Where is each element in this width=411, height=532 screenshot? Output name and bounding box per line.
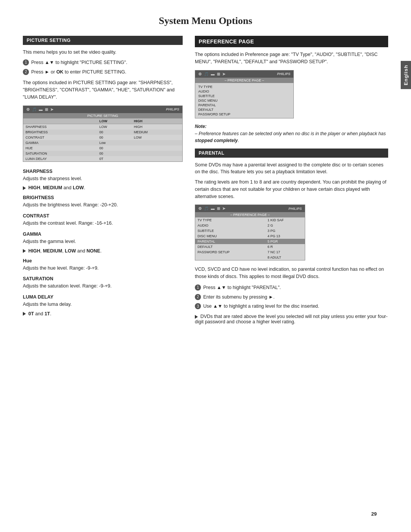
picture-setting-intro: This menu helps you to set the video qua…	[23, 49, 183, 56]
parental-row-adult: 8 ADULT	[265, 255, 305, 260]
step-1-text: Press ▲▼ to highlight "PICTURE SETTING".	[31, 59, 127, 66]
parental-arrow-note: DVDs that are rated above the level you …	[195, 314, 388, 324]
parental-row-parental: PARENTAL	[195, 239, 265, 244]
parental-step-2-text: Enter its submenu by pressing ►.	[203, 294, 274, 301]
preference-page-header: PREFERENCE PAGE	[195, 36, 388, 47]
parental-row-pgr: 5 PGR	[265, 239, 305, 244]
preference-page-intro: The options included in Preference page …	[195, 51, 388, 66]
parental-para2: The rating levels are from 1 to 8 and ar…	[195, 179, 388, 200]
gamma-desc: Adjusts the gamma level.	[23, 238, 183, 245]
table-row: BRIGHTNESS 00 MEDIUM	[23, 129, 182, 135]
table-row: GAMMA Low	[23, 140, 182, 145]
parental-row-empty	[195, 255, 265, 260]
parental-table-sub: – PREFERENCE PAGE –	[195, 212, 305, 217]
table-row: HUE 00	[23, 145, 182, 151]
arrow-icon	[195, 315, 198, 319]
ps-row-contrast-label: CONTRAST	[23, 135, 97, 140]
gamma-options: HIGH, MEDIUM, LOW and NONE.	[23, 248, 183, 254]
parental-step-3-num: 3	[195, 303, 201, 309]
contrast-desc: Adjusts the contrast level. Range: -16-+…	[23, 220, 183, 227]
table-row: AUDIO 2 G	[195, 223, 305, 228]
sharpness-desc: Adjusts the sharpness level.	[23, 175, 183, 182]
parental-row-kidsaf: 1 KID SAF	[265, 217, 305, 223]
ps-col-high: HIGH	[132, 118, 182, 124]
ps-row-brightness-val: 00	[97, 129, 132, 135]
parental-header: PARENTAL	[195, 149, 388, 158]
ps-row-contrast-val2: LOW	[132, 135, 182, 140]
table-row: SATURATION 00	[23, 151, 182, 156]
list-item: PASSWORD SETUP	[198, 112, 290, 117]
parental-row-discmenu: DISC MENU	[195, 233, 265, 239]
ps-row-contrast-val: 00	[97, 135, 132, 140]
ps-row-brightness-val2: MEDIUM	[132, 129, 182, 135]
ps-col-name	[23, 118, 97, 124]
ps-row-hue-label: HUE	[23, 145, 97, 151]
parental-row-pg: 3 PG	[265, 228, 305, 233]
contrast-section: CONTRAST Adjusts the contrast level. Ran…	[23, 213, 183, 227]
saturation-section: SATURATION Adjusts the saturation level.…	[23, 276, 183, 290]
parental-step-1-text: Press ▲▼ to highlight "PARENTAL".	[203, 284, 281, 291]
page-title: System Menu Options	[23, 15, 388, 27]
pref-table-sub: – PREFERENCE PAGE –	[195, 78, 293, 83]
saturation-title: SATURATION	[23, 276, 183, 281]
parental-step-3-text: Use ▲▼ to highlight a rating level for t…	[203, 303, 319, 310]
table-row: 8 ADULT	[195, 255, 305, 260]
ps-row-gamma-val2	[132, 140, 182, 145]
brightness-title: BRIGHTNESS	[23, 195, 183, 200]
contrast-title: CONTRAST	[23, 213, 183, 219]
ps-row-hue-val2	[132, 145, 182, 151]
parental-row-r: 6 R	[265, 244, 305, 249]
brightness-section: BRIGHTNESS Adjusts the brightness level.…	[23, 195, 183, 209]
hue-title: Hue	[23, 258, 183, 264]
picture-setting-header: PICTURE SETTING	[23, 36, 183, 45]
arrow-icon	[23, 312, 26, 316]
philips-logo-parental: PHILIPS	[288, 207, 302, 211]
ps-row-saturation-val: 00	[97, 151, 132, 156]
parental-row-subtitle: SUBTITLE	[195, 228, 265, 233]
table-row: TV TYPE 1 KID SAF	[195, 217, 305, 223]
arrow-icon	[23, 186, 26, 190]
parental-row-g: 2 G	[265, 223, 305, 228]
english-tab: English	[401, 61, 411, 89]
ps-row-luma-val: 0T	[97, 156, 132, 161]
gamma-section: GAMMA Adjusts the gamma level. HIGH, MED…	[23, 232, 183, 254]
ps-table-icons: ⚙ 🎵 ▬ ⊞ ➤	[26, 107, 53, 112]
ps-table-sub: PICTURE SETTING	[23, 113, 182, 118]
table-row: DEFAULT 6 R	[195, 244, 305, 249]
picture-setting-body: The options included in PICTURE SETTING …	[23, 79, 183, 101]
parental-table-content: TV TYPE 1 KID SAF AUDIO 2 G SUBTITLE 3 P…	[195, 217, 305, 260]
ps-row-luma-val2	[132, 156, 182, 161]
brightness-desc: Adjusts the brightness level. Range: -20…	[23, 201, 183, 209]
step-1-num: 1	[23, 59, 29, 66]
right-column: PREFERENCE PAGE The options included in …	[195, 36, 388, 326]
parental-row-nc17: 7 NC 17	[265, 249, 305, 255]
parental-step-2-num: 2	[195, 294, 201, 300]
left-column: PICTURE SETTING This menu helps you to s…	[23, 36, 183, 326]
list-item: DISC MENU	[198, 98, 290, 103]
ps-row-sharpness-low: LOW	[97, 124, 132, 129]
sharpness-title: SHARPNESS	[23, 169, 183, 174]
table-row: SHARPNESS LOW HIGH	[23, 124, 182, 129]
parental-row-password: PASSWORD SETUP	[195, 249, 265, 255]
ps-table-header: ⚙ 🎵 ▬ ⊞ ➤ PHILIPS	[23, 106, 182, 113]
note-title: Note:	[195, 124, 388, 129]
note-text: – Preference features can be selected on…	[195, 130, 388, 144]
parental-step-1-num: 1	[195, 284, 201, 291]
gamma-title: GAMMA	[23, 232, 183, 237]
parental-table-body: TV TYPE 1 KID SAF AUDIO 2 G SUBTITLE 3 P…	[195, 217, 305, 260]
page-number: 29	[371, 511, 377, 517]
parental-table: ⚙ 🎵 ▬ ⊞ ➤ PHILIPS – PREFERENCE PAGE – TV…	[195, 204, 305, 260]
philips-logo-ps: PHILIPS	[166, 107, 179, 111]
list-item: PARENTAL	[198, 103, 290, 107]
list-item: DEFAULT	[198, 107, 290, 112]
pref-table-header: ⚙ 🎵 ▬ ⊞ ➤ PHILIPS	[195, 70, 293, 78]
philips-logo-pref: PHILIPS	[277, 72, 290, 76]
arrow-icon	[23, 249, 26, 253]
parental-row-default: DEFAULT	[195, 244, 265, 249]
ps-row-sharpness-high: HIGH	[132, 124, 182, 129]
parental-steps: 1 Press ▲▼ to highlight "PARENTAL". 2 En…	[195, 284, 388, 310]
list-item: AUDIO	[198, 89, 290, 94]
pref-table-icons: ⚙ 🎵 ▬ ⊞ ➤	[198, 72, 225, 76]
saturation-desc: Adjusts the saturation level. Range: -9-…	[23, 283, 183, 290]
hue-section: Hue Adjusts the hue level. Range: -9-+9.	[23, 258, 183, 272]
